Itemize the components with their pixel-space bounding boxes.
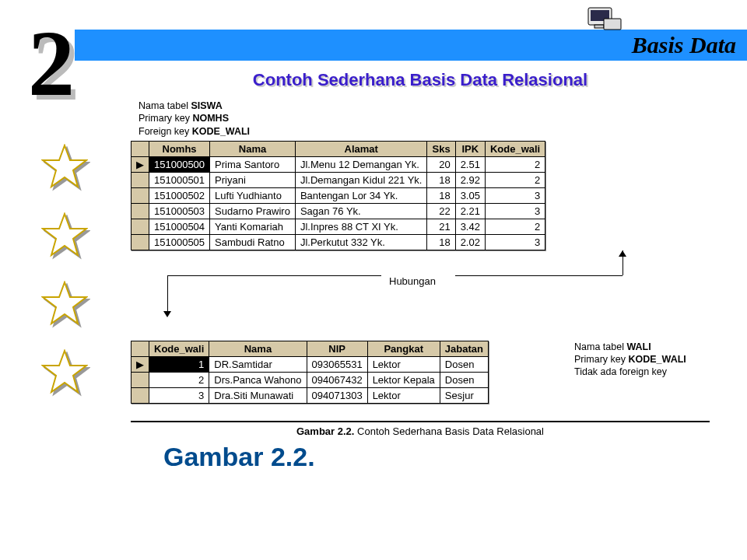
table-row: 151000502Lufti YudhiantoBantengan Lor 34… — [132, 187, 545, 203]
computer-icon — [587, 6, 622, 33]
svg-marker-7 — [43, 351, 86, 392]
svg-marker-6 — [43, 282, 86, 324]
table-row: 2Drs.Panca Wahono094067432Lektor KepalaD… — [132, 372, 489, 387]
header-band: Basis Data — [31, 30, 747, 61]
siswa-table: NomhsNamaAlamatSksIPKKode_wali▶151000500… — [131, 141, 545, 250]
table-row: ▶1DR.Samtidar093065531LektorDosen — [132, 356, 489, 372]
wali-table: Kode_waliNamaNIPPangkatJabatan▶1DR.Samti… — [131, 341, 489, 404]
stars-column — [37, 144, 92, 396]
brand-label: Basis Data — [632, 32, 736, 58]
relation-diagram: Hubungan — [117, 255, 724, 341]
table-row: 151000504Yanti KomariahJl.Inpres 88 CT X… — [132, 219, 545, 234]
svg-marker-4 — [43, 145, 86, 187]
content-area: Contoh Sederhana Basis Data Relasional N… — [117, 65, 724, 472]
siswa-meta: Nama tabel SISWA Primary key NOMHS Forei… — [139, 100, 724, 138]
table-row: 151000501PriyaniJl.Demangan Kidul 221 Yk… — [132, 172, 545, 187]
svg-rect-2 — [594, 25, 604, 28]
svg-rect-3 — [604, 19, 621, 30]
chapter-number: 2 — [28, 22, 75, 106]
svg-marker-5 — [43, 214, 86, 255]
figure-caption: Gambar 2.2. Contoh Sederhana Basis Data … — [131, 415, 710, 438]
relation-label: Hubungan — [389, 275, 436, 287]
table-row: 3Dra.Siti Munawati094071303LektorSesjur — [132, 387, 489, 403]
wali-meta: Nama tabel WALI Primary key KODE_WALI Ti… — [574, 341, 686, 379]
star-icon — [41, 144, 88, 191]
table-row: 151000505Sambudi RatnoJl.Perkutut 332 Yk… — [132, 234, 545, 250]
big-caption: Gambar 2.2. — [163, 442, 724, 472]
star-icon — [41, 281, 88, 327]
table-row: 151000503Sudarno PrawiroSagan 76 Yk.222.… — [132, 203, 545, 219]
slide-title: Contoh Sederhana Basis Data Relasional — [117, 70, 724, 90]
table-row: ▶151000500Prima SantoroJl.Menu 12 Demang… — [132, 156, 545, 172]
star-icon — [41, 212, 88, 259]
star-icon — [41, 349, 88, 396]
